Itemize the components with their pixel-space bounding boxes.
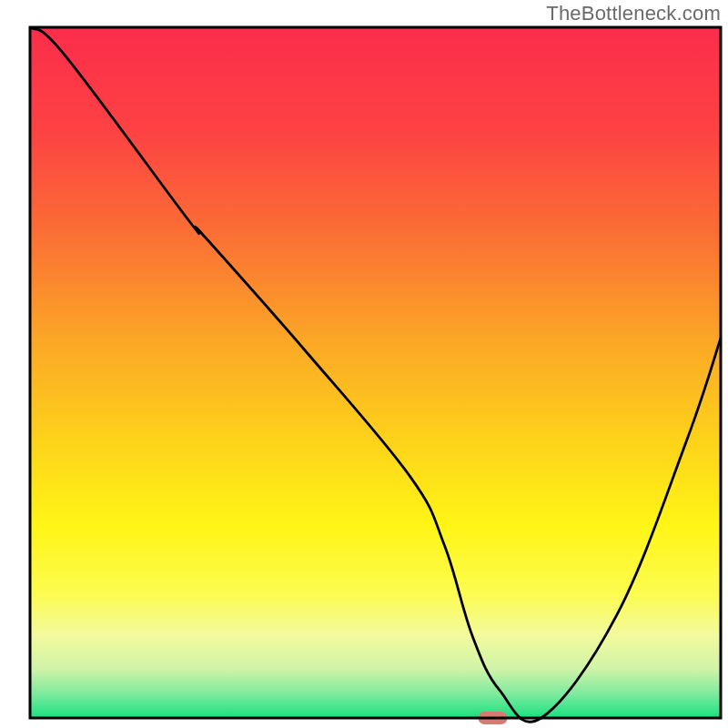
chart-frame: TheBottleneck.com — [0, 0, 728, 728]
bottleneck-chart — [0, 0, 728, 728]
watermark-text: TheBottleneck.com — [546, 2, 721, 25]
